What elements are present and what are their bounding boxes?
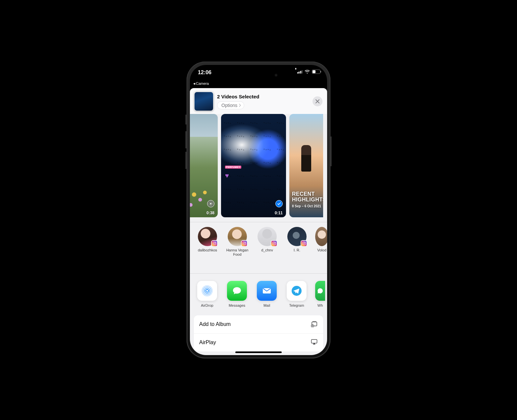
- volume-down-button[interactable]: [185, 152, 187, 169]
- home-indicator[interactable]: [235, 351, 282, 353]
- dynamic-island: [237, 70, 280, 81]
- avatar: [228, 227, 247, 246]
- app-label: Telegram: [289, 303, 304, 307]
- svg-point-15: [204, 288, 210, 293]
- front-camera-icon: [274, 74, 278, 77]
- svg-point-0: [210, 203, 211, 204]
- airplay-icon: [311, 338, 318, 347]
- selection-thumbnail: [195, 92, 213, 111]
- power-button[interactable]: [330, 136, 332, 166]
- screen: 12:06 36 ◂ Camera: [190, 65, 327, 355]
- svg-point-3: [214, 243, 215, 244]
- volume-up-button[interactable]: [185, 131, 187, 148]
- media-strip[interactable]: 0:38 PERFUMEY ♥ 0:11 RECENT HIGHLIGHTS 8…: [190, 114, 327, 221]
- share-app-messages[interactable]: Messages: [226, 281, 248, 307]
- action-airplay[interactable]: AirPlay: [194, 334, 323, 351]
- battery-icon: 36: [312, 70, 320, 74]
- options-button[interactable]: Options: [217, 101, 244, 109]
- share-sheet-header: 2 Videos Selected Options: [190, 88, 327, 114]
- chevron-left-icon: ◂: [193, 81, 195, 85]
- share-contact[interactable]: Volod: [315, 227, 327, 257]
- share-contact[interactable]: d_chnv: [256, 227, 279, 257]
- svg-point-4: [215, 242, 216, 243]
- svg-point-12: [303, 243, 305, 244]
- share-contact[interactable]: I. R.: [285, 227, 309, 257]
- avatar: [287, 227, 307, 246]
- album-add-icon: [311, 320, 318, 329]
- media-tile[interactable]: PERFUMEY ♥ 0:11: [221, 114, 286, 217]
- action-add-to-album[interactable]: Add to Album: [194, 315, 323, 334]
- svg-point-9: [273, 243, 275, 244]
- svg-rect-21: [313, 321, 316, 322]
- share-contacts-row[interactable]: dalibozhkos Hanna Vegan Food d_chnv: [190, 222, 327, 261]
- svg-point-13: [305, 242, 305, 243]
- media-tile[interactable]: 0:38: [190, 114, 218, 217]
- contact-name: I. R.: [294, 248, 300, 252]
- contact-name: Hanna Vegan Food: [226, 248, 249, 257]
- share-app-mail[interactable]: Mail: [256, 281, 278, 307]
- share-actions-list: Add to Album AirPlay: [194, 315, 323, 351]
- share-contact[interactable]: Hanna Vegan Food: [226, 227, 249, 257]
- telegram-icon: [287, 281, 307, 301]
- live-photo-icon: [207, 200, 214, 207]
- avatar: [198, 227, 217, 246]
- svg-point-14: [206, 289, 208, 292]
- mail-icon: [257, 281, 277, 301]
- app-label: Wh: [317, 303, 323, 307]
- sticker-label: PERFUMEY: [225, 166, 241, 169]
- memory-title: RECENT HIGHLIGHTS: [292, 191, 322, 203]
- share-app-whatsapp[interactable]: Wh: [315, 281, 325, 307]
- chevron-right-icon: [239, 103, 241, 108]
- svg-point-10: [275, 242, 275, 243]
- contact-name: d_chnv: [261, 248, 273, 252]
- phone-frame: 12:06 36 ◂ Camera: [187, 62, 330, 358]
- share-contact[interactable]: dalibozhkos: [196, 227, 219, 257]
- contact-name: dalibozhkos: [198, 248, 217, 252]
- status-time: 12:06: [198, 70, 211, 76]
- cellular-icon: [297, 70, 303, 74]
- memory-subtitle: 8 Sep – 6 Oct 2021: [292, 204, 322, 208]
- instagram-badge-icon: [271, 240, 277, 247]
- battery-percent: 36: [312, 70, 320, 74]
- share-sheet: 2 Videos Selected Options: [190, 88, 327, 355]
- close-icon: [316, 99, 319, 103]
- svg-point-7: [245, 242, 246, 243]
- svg-rect-23: [312, 340, 317, 343]
- media-tile[interactable]: RECENT HIGHLIGHTS 8 Sep – 6 Oct 2021: [289, 114, 323, 217]
- action-label: AirPlay: [199, 340, 216, 345]
- close-button[interactable]: [313, 96, 322, 106]
- share-sheet-title: 2 Videos Selected: [217, 94, 309, 99]
- mute-switch[interactable]: [185, 115, 187, 125]
- messages-icon: [227, 281, 247, 301]
- svg-point-6: [244, 243, 245, 244]
- airdrop-icon: [197, 281, 217, 301]
- action-label: Add to Album: [199, 321, 231, 327]
- share-app-airdrop[interactable]: AirDrop: [196, 281, 218, 307]
- share-apps-row[interactable]: AirDrop Messages Mail: [190, 273, 327, 311]
- instagram-badge-icon: [241, 240, 248, 247]
- instagram-badge-icon: [301, 240, 307, 247]
- media-duration: 0:11: [275, 211, 283, 215]
- app-label: Messages: [229, 303, 245, 307]
- wifi-icon: [305, 70, 310, 74]
- contact-name: Volod: [317, 248, 326, 252]
- avatar: [258, 227, 277, 246]
- heart-icon: ♥: [225, 172, 229, 180]
- share-app-telegram[interactable]: Telegram: [285, 281, 308, 307]
- app-label: Mail: [263, 303, 270, 307]
- whatsapp-icon: [315, 281, 325, 301]
- options-label: Options: [221, 103, 237, 108]
- instagram-badge-icon: [211, 240, 218, 247]
- svg-point-17: [202, 286, 212, 296]
- avatar: [315, 227, 327, 246]
- back-to-app[interactable]: ◂ Camera: [193, 81, 209, 85]
- selected-checkmark-icon: [275, 200, 283, 207]
- media-duration: 0:38: [206, 211, 214, 215]
- back-to-app-label: Camera: [196, 81, 209, 85]
- app-label: AirDrop: [201, 303, 213, 307]
